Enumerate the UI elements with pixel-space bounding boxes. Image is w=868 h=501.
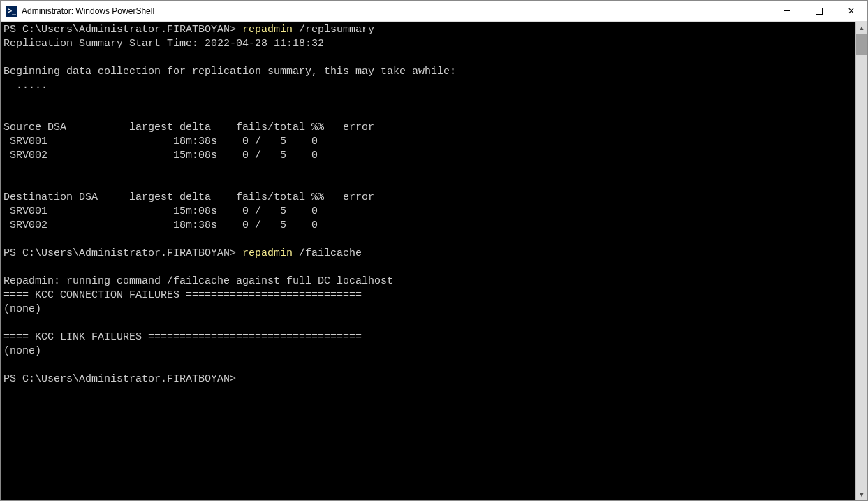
window-controls: ×: [771, 1, 867, 21]
powershell-window: >_ Administrator: Windows PowerShell × P…: [0, 0, 868, 501]
output-line: Replication Summary Start Time: 2022-04-…: [3, 38, 324, 50]
dest-header: Destination DSA largest delta fails/tota…: [3, 191, 374, 203]
close-button[interactable]: ×: [835, 1, 867, 21]
dest-row: SRV002 18m:38s 0 / 5 0: [3, 219, 318, 231]
output-line: (none): [3, 345, 41, 357]
maximize-button[interactable]: [803, 1, 835, 21]
ps-prompt: PS C:\Users\Administrator.FIRATBOYAN>: [3, 247, 236, 259]
output-line: Repadmin: running command /failcache aga…: [3, 275, 393, 287]
output-line: ==== KCC LINK FAILURES =================…: [3, 331, 362, 343]
command-name: repadmin: [242, 247, 293, 259]
powershell-icon: >_: [6, 6, 17, 17]
scroll-thumb[interactable]: [856, 34, 867, 55]
source-row: SRV002 15m:08s 0 / 5 0: [3, 150, 318, 161]
command-name: repadmin: [242, 24, 293, 36]
source-header: Source DSA largest delta fails/total %% …: [3, 122, 374, 133]
scroll-up-icon[interactable]: ▲: [856, 22, 867, 34]
terminal-output[interactable]: PS C:\Users\Administrator.FIRATBOYAN> re…: [1, 22, 855, 500]
command-arg: /replsummary: [293, 24, 374, 36]
titlebar[interactable]: >_ Administrator: Windows PowerShell ×: [1, 1, 867, 22]
dest-row: SRV001 15m:08s 0 / 5 0: [3, 205, 318, 217]
output-line: ==== KCC CONNECTION FAILURES ===========…: [3, 289, 362, 301]
ps-prompt: PS C:\Users\Administrator.FIRATBOYAN>: [3, 373, 236, 385]
window-title: Administrator: Windows PowerShell: [22, 6, 771, 16]
output-line: Beginning data collection for replicatio…: [3, 66, 456, 78]
command-arg: /failcache: [293, 247, 362, 259]
scroll-down-icon[interactable]: ▼: [856, 488, 867, 500]
output-line: (none): [3, 303, 41, 315]
minimize-button[interactable]: [771, 1, 803, 21]
source-row: SRV001 18m:38s 0 / 5 0: [3, 136, 318, 147]
output-line: .....: [3, 80, 47, 92]
terminal-area: PS C:\Users\Administrator.FIRATBOYAN> re…: [1, 22, 867, 500]
vertical-scrollbar[interactable]: ▲ ▼: [855, 22, 867, 500]
ps-prompt: PS C:\Users\Administrator.FIRATBOYAN>: [3, 24, 236, 36]
